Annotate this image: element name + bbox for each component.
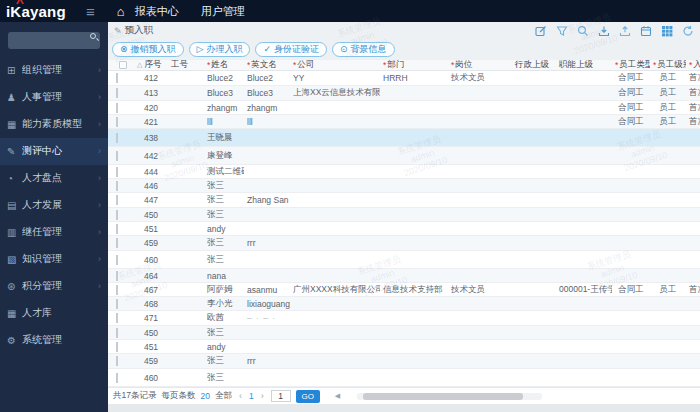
row-checkbox[interactable] <box>116 210 118 220</box>
column-header-empno[interactable]: 工号 <box>168 60 204 70</box>
sidebar-search-input[interactable] <box>8 32 100 49</box>
sidebar-item-10[interactable]: ⚙系统管理 <box>0 327 108 354</box>
per-page-value[interactable]: 20 <box>200 391 209 401</box>
succession-icon: ▥ <box>7 227 22 238</box>
column-header-name[interactable]: *姓名 <box>204 60 244 70</box>
row-checkbox[interactable] <box>116 299 118 309</box>
table-row[interactable]: 459张三rrr <box>108 236 700 251</box>
row-checkbox[interactable] <box>116 73 118 83</box>
sidebar-item-6[interactable]: ▥继任管理› <box>0 219 108 246</box>
table-row[interactable]: 459张三rrr <box>108 354 700 369</box>
topnav-item-0[interactable]: 报表中心 <box>135 4 179 19</box>
horizontal-scrollbar-thumb[interactable] <box>363 393 523 400</box>
row-checkbox[interactable] <box>116 356 118 366</box>
sidebar-item-3[interactable]: ✎测评中心› <box>0 138 108 165</box>
row-checkbox[interactable] <box>116 271 118 281</box>
row-checkbox[interactable] <box>116 328 118 338</box>
row-checkbox[interactable] <box>116 285 118 295</box>
table-row[interactable]: 467阿萨姆asanmu广州XXXX科技有限公司信息技术支持部技术文员00000… <box>108 283 700 297</box>
table-row[interactable]: 446张三 <box>108 179 700 193</box>
column-header-seq[interactable]: △序号 <box>134 60 168 70</box>
column-header-company[interactable]: *公司 <box>290 60 380 70</box>
refresh-icon[interactable] <box>682 25 694 37</box>
action-button-2[interactable]: ✓身份证验证 <box>255 42 327 57</box>
table-row[interactable]: 468李小光lixiaoguang <box>108 297 700 311</box>
hamburger-menu-icon[interactable]: ≡ <box>86 3 95 20</box>
row-checkbox[interactable] <box>116 224 118 234</box>
sidebar-item-8[interactable]: ⊛积分管理› <box>0 273 108 300</box>
column-header-enname[interactable]: *英文名 <box>244 60 290 70</box>
table-row[interactable]: 460张三 <box>108 369 700 387</box>
upload-icon[interactable] <box>619 25 631 37</box>
table-row[interactable]: 450张三 <box>108 208 700 222</box>
grid-icon[interactable] <box>661 25 673 37</box>
download-icon[interactable] <box>598 25 610 37</box>
calendar-icon[interactable] <box>640 25 652 37</box>
table-row[interactable]: 450张三 <box>108 326 700 340</box>
edit-icon[interactable] <box>535 25 547 37</box>
current-page[interactable]: 1 <box>249 391 254 401</box>
row-checkbox[interactable] <box>116 195 118 205</box>
row-checkbox[interactable] <box>116 342 118 352</box>
prev-page-button[interactable]: ‹ <box>237 391 244 401</box>
row-checkbox[interactable] <box>116 151 118 161</box>
row-checkbox[interactable] <box>116 133 118 143</box>
home-icon[interactable]: ⌂ <box>117 4 125 19</box>
row-checkbox[interactable] <box>116 181 118 191</box>
column-header-post[interactable]: *岗位 <box>448 60 512 70</box>
action-button-0[interactable]: ⊗撤销预入职 <box>112 42 184 57</box>
column-header-emplvl[interactable]: *员工级别 <box>650 60 686 70</box>
table-row[interactable]: 471欧茜– · – · <box>108 311 700 326</box>
table-row[interactable]: 447张三Zhang San <box>108 193 700 208</box>
cell-name: 康登峰 <box>204 150 244 162</box>
row-checkbox[interactable] <box>116 238 118 248</box>
page-input[interactable] <box>271 390 291 402</box>
row-checkbox[interactable] <box>116 117 118 127</box>
sidebar-item-1[interactable]: ♟人事管理› <box>0 84 108 111</box>
filter-icon[interactable] <box>556 25 568 37</box>
sidebar-item-7[interactable]: ▧知识管理› <box>0 246 108 273</box>
action-button-3[interactable]: ⊙背景信息 <box>332 42 395 57</box>
table-row[interactable]: 451andy <box>108 222 700 236</box>
search-icon[interactable] <box>577 25 589 37</box>
cell-emptype: 合同工 <box>612 116 650 128</box>
table-row[interactable]: 451andy <box>108 340 700 354</box>
table-row[interactable]: 421llllll合同工员工首次聘用 <box>108 115 700 129</box>
sidebar-item-2[interactable]: ▦能力素质模型› <box>0 111 108 138</box>
row-checkbox[interactable] <box>116 373 118 383</box>
row-checkbox[interactable] <box>116 103 118 113</box>
table-row[interactable]: 412Bluce2Bluce2YYHRRH技术文员合同工员工首次聘用 <box>108 71 700 86</box>
all-option[interactable]: 全部 <box>215 390 232 402</box>
sort-icon[interactable]: △ <box>137 61 142 69</box>
column-header-dept[interactable]: *部门 <box>380 60 448 70</box>
sidebar-item-9[interactable]: ▦人才库 <box>0 300 108 327</box>
table-row[interactable]: 413Bluce3Bluce3上海XX云信息技术有限公司合同工员工首次聘用 <box>108 86 700 101</box>
topnav-item-1[interactable]: 用户管理 <box>201 4 245 19</box>
column-header-hiretype[interactable]: *入职类型 <box>686 60 700 70</box>
table-row[interactable]: 464nana <box>108 269 700 283</box>
search-icon[interactable] <box>90 33 96 39</box>
horizontal-scrollbar-track[interactable] <box>357 393 542 400</box>
column-header-funsup[interactable]: 职能上级 <box>556 60 612 70</box>
row-checkbox[interactable] <box>116 167 118 177</box>
column-header-emptype[interactable]: *员工类型 <box>612 60 650 70</box>
row-checkbox[interactable] <box>116 313 118 323</box>
next-page-button[interactable]: › <box>259 391 266 401</box>
row-checkbox[interactable] <box>116 255 118 265</box>
select-all-checkbox[interactable] <box>119 61 127 69</box>
table-row[interactable]: 438王晓晨 <box>108 129 700 147</box>
row-checkbox[interactable] <box>116 88 118 98</box>
table-row[interactable]: 420zhangmzhangm合同工员工首次聘用 <box>108 101 700 115</box>
sidebar-item-0[interactable]: ⊞组织管理› <box>0 57 108 84</box>
action-button-1[interactable]: ▷办理入职 <box>189 42 251 57</box>
column-header-admsup[interactable]: 行政上级 <box>512 60 556 70</box>
sidebar-item-5[interactable]: ▤人才发展› <box>0 192 108 219</box>
sidebar-item-label: 积分管理 <box>22 279 98 293</box>
go-button[interactable]: GO <box>296 390 320 403</box>
table-row[interactable]: 444测试二维码 <box>108 165 700 179</box>
table-row[interactable]: 460张三 <box>108 251 700 269</box>
table-row[interactable]: 442康登峰 <box>108 147 700 165</box>
hscroll-left-arrow-icon[interactable]: ◀ <box>335 392 340 400</box>
cancel-circle-icon: ⊗ <box>120 45 128 54</box>
sidebar-item-4[interactable]: ◔人才盘点› <box>0 165 108 192</box>
